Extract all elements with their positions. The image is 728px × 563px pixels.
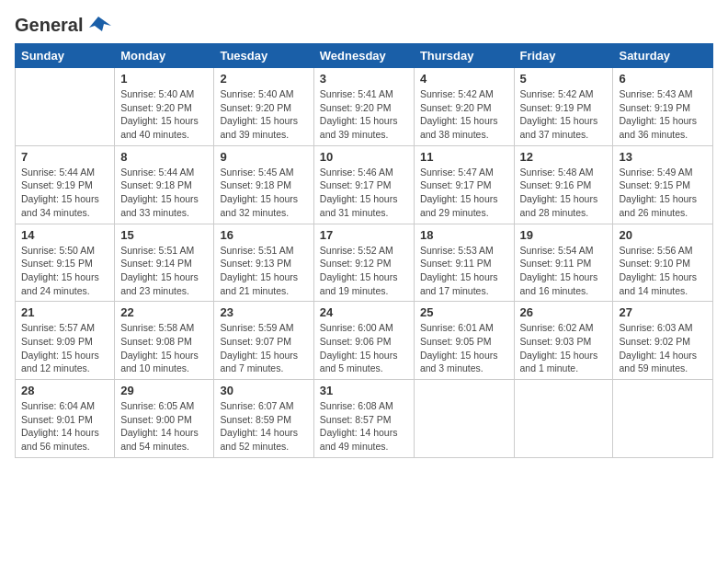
calendar-day-cell: 2Sunrise: 5:40 AMSunset: 9:20 PMDaylight… — [214, 68, 313, 146]
calendar-day-cell — [613, 380, 713, 458]
day-info: Sunrise: 6:01 AMSunset: 9:05 PMDaylight:… — [420, 321, 508, 375]
day-number: 6 — [619, 72, 707, 86]
day-number: 3 — [320, 72, 408, 86]
day-number: 1 — [120, 72, 208, 86]
calendar-day-cell: 29Sunrise: 6:05 AMSunset: 9:00 PMDayligh… — [115, 380, 214, 458]
calendar-day-cell: 15Sunrise: 5:51 AMSunset: 9:14 PMDayligh… — [115, 224, 214, 302]
day-number: 29 — [120, 384, 208, 397]
calendar-day-cell: 9Sunrise: 5:45 AMSunset: 9:18 PMDaylight… — [214, 145, 313, 224]
calendar-day-cell: 3Sunrise: 5:41 AMSunset: 9:20 PMDaylight… — [313, 68, 414, 146]
logo-general: General — [15, 15, 83, 36]
day-info: Sunrise: 5:57 AMSunset: 9:09 PMDaylight:… — [21, 321, 108, 375]
day-info: Sunrise: 6:03 AMSunset: 9:02 PMDaylight:… — [619, 321, 707, 375]
calendar-day-cell: 16Sunrise: 5:51 AMSunset: 9:13 PMDayligh… — [214, 224, 313, 302]
day-number: 24 — [320, 305, 408, 319]
day-info: Sunrise: 5:58 AMSunset: 9:08 PMDaylight:… — [120, 321, 208, 375]
day-info: Sunrise: 6:05 AMSunset: 9:00 PMDaylight:… — [120, 399, 208, 454]
day-number: 10 — [320, 150, 408, 164]
day-number: 25 — [420, 305, 508, 319]
day-number: 12 — [520, 150, 608, 164]
day-number: 22 — [120, 305, 208, 319]
calendar-day-cell: 17Sunrise: 5:52 AMSunset: 9:12 PMDayligh… — [313, 224, 414, 302]
calendar-day-cell: 25Sunrise: 6:01 AMSunset: 9:05 PMDayligh… — [414, 302, 514, 380]
day-info: Sunrise: 5:52 AMSunset: 9:12 PMDaylight:… — [320, 244, 408, 298]
calendar-header-row: SundayMondayTuesdayWednesdayThursdayFrid… — [16, 44, 713, 68]
calendar-day-cell: 1Sunrise: 5:40 AMSunset: 9:20 PMDaylight… — [115, 68, 214, 146]
day-number: 17 — [320, 228, 408, 242]
day-info: Sunrise: 5:43 AMSunset: 9:19 PMDaylight:… — [619, 87, 707, 142]
day-number: 27 — [619, 305, 707, 319]
day-info: Sunrise: 6:08 AMSunset: 8:57 PMDaylight:… — [320, 399, 408, 454]
calendar-day-cell: 4Sunrise: 5:42 AMSunset: 9:20 PMDaylight… — [414, 68, 514, 146]
day-info: Sunrise: 5:42 AMSunset: 9:20 PMDaylight:… — [420, 87, 508, 142]
calendar-day-cell: 22Sunrise: 5:58 AMSunset: 9:08 PMDayligh… — [115, 302, 214, 380]
calendar-week-row: 21Sunrise: 5:57 AMSunset: 9:09 PMDayligh… — [16, 302, 713, 380]
day-info: Sunrise: 5:44 AMSunset: 9:18 PMDaylight:… — [120, 166, 208, 220]
calendar-header-tuesday: Tuesday — [214, 44, 313, 68]
calendar-day-cell: 5Sunrise: 5:42 AMSunset: 9:19 PMDaylight… — [514, 68, 613, 146]
day-info: Sunrise: 5:42 AMSunset: 9:19 PMDaylight:… — [520, 87, 608, 142]
calendar-day-cell: 14Sunrise: 5:50 AMSunset: 9:15 PMDayligh… — [16, 224, 115, 302]
day-info: Sunrise: 5:50 AMSunset: 9:15 PMDaylight:… — [21, 244, 108, 298]
calendar-day-cell — [514, 380, 613, 458]
day-info: Sunrise: 6:00 AMSunset: 9:06 PMDaylight:… — [320, 321, 408, 375]
calendar-day-cell: 18Sunrise: 5:53 AMSunset: 9:11 PMDayligh… — [414, 224, 514, 302]
calendar-week-row: 7Sunrise: 5:44 AMSunset: 9:19 PMDaylight… — [16, 145, 713, 224]
day-info: Sunrise: 6:07 AMSunset: 8:59 PMDaylight:… — [220, 399, 307, 454]
calendar-day-cell: 8Sunrise: 5:44 AMSunset: 9:18 PMDaylight… — [115, 145, 214, 224]
day-number: 5 — [520, 72, 608, 86]
day-number: 7 — [21, 150, 108, 164]
calendar-header-sunday: Sunday — [16, 44, 115, 68]
calendar-header-wednesday: Wednesday — [313, 44, 414, 68]
day-info: Sunrise: 5:40 AMSunset: 9:20 PMDaylight:… — [120, 87, 208, 142]
calendar-header-friday: Friday — [514, 44, 613, 68]
calendar-day-cell: 23Sunrise: 5:59 AMSunset: 9:07 PMDayligh… — [214, 302, 313, 380]
calendar-day-cell: 30Sunrise: 6:07 AMSunset: 8:59 PMDayligh… — [214, 380, 313, 458]
calendar-header-monday: Monday — [115, 44, 214, 68]
day-number: 31 — [320, 384, 408, 397]
svg-marker-0 — [89, 17, 111, 31]
day-info: Sunrise: 5:51 AMSunset: 9:13 PMDaylight:… — [220, 244, 307, 298]
day-info: Sunrise: 5:54 AMSunset: 9:11 PMDaylight:… — [520, 244, 608, 298]
calendar-day-cell: 21Sunrise: 5:57 AMSunset: 9:09 PMDayligh… — [16, 302, 115, 380]
calendar-week-row: 14Sunrise: 5:50 AMSunset: 9:15 PMDayligh… — [16, 224, 713, 302]
calendar-day-cell: 26Sunrise: 6:02 AMSunset: 9:03 PMDayligh… — [514, 302, 613, 380]
day-number: 14 — [21, 228, 108, 242]
header: General — [15, 15, 713, 36]
calendar-day-cell: 7Sunrise: 5:44 AMSunset: 9:19 PMDaylight… — [16, 145, 115, 224]
day-number: 4 — [420, 72, 508, 86]
day-info: Sunrise: 5:51 AMSunset: 9:14 PMDaylight:… — [120, 244, 208, 298]
calendar-day-cell — [414, 380, 514, 458]
calendar-day-cell: 19Sunrise: 5:54 AMSunset: 9:11 PMDayligh… — [514, 224, 613, 302]
day-info: Sunrise: 6:02 AMSunset: 9:03 PMDaylight:… — [520, 321, 608, 375]
day-info: Sunrise: 5:46 AMSunset: 9:17 PMDaylight:… — [320, 166, 408, 220]
day-number: 18 — [420, 228, 508, 242]
day-number: 23 — [220, 305, 307, 319]
day-info: Sunrise: 5:44 AMSunset: 9:19 PMDaylight:… — [21, 166, 108, 220]
calendar-day-cell: 27Sunrise: 6:03 AMSunset: 9:02 PMDayligh… — [613, 302, 713, 380]
calendar-day-cell: 12Sunrise: 5:48 AMSunset: 9:16 PMDayligh… — [514, 145, 613, 224]
day-info: Sunrise: 5:56 AMSunset: 9:10 PMDaylight:… — [619, 244, 707, 298]
calendar-day-cell: 10Sunrise: 5:46 AMSunset: 9:17 PMDayligh… — [313, 145, 414, 224]
day-info: Sunrise: 5:41 AMSunset: 9:20 PMDaylight:… — [320, 87, 408, 142]
calendar-day-cell: 20Sunrise: 5:56 AMSunset: 9:10 PMDayligh… — [613, 224, 713, 302]
day-info: Sunrise: 5:48 AMSunset: 9:16 PMDaylight:… — [520, 166, 608, 220]
calendar-day-cell: 28Sunrise: 6:04 AMSunset: 9:01 PMDayligh… — [16, 380, 115, 458]
day-info: Sunrise: 5:49 AMSunset: 9:15 PMDaylight:… — [619, 166, 707, 220]
calendar-day-cell: 13Sunrise: 5:49 AMSunset: 9:15 PMDayligh… — [613, 145, 713, 224]
day-info: Sunrise: 5:47 AMSunset: 9:17 PMDaylight:… — [420, 166, 508, 220]
day-number: 26 — [520, 305, 608, 319]
day-number: 21 — [21, 305, 108, 319]
day-number: 20 — [619, 228, 707, 242]
day-number: 28 — [21, 384, 108, 397]
day-number: 16 — [220, 228, 307, 242]
day-number: 2 — [220, 72, 307, 86]
logo: General — [15, 15, 111, 36]
day-number: 19 — [520, 228, 608, 242]
day-number: 15 — [120, 228, 208, 242]
calendar-header-thursday: Thursday — [414, 44, 514, 68]
day-info: Sunrise: 5:59 AMSunset: 9:07 PMDaylight:… — [220, 321, 307, 375]
calendar-week-row: 1Sunrise: 5:40 AMSunset: 9:20 PMDaylight… — [16, 68, 713, 146]
day-info: Sunrise: 5:53 AMSunset: 9:11 PMDaylight:… — [420, 244, 508, 298]
calendar-header-saturday: Saturday — [613, 44, 713, 68]
